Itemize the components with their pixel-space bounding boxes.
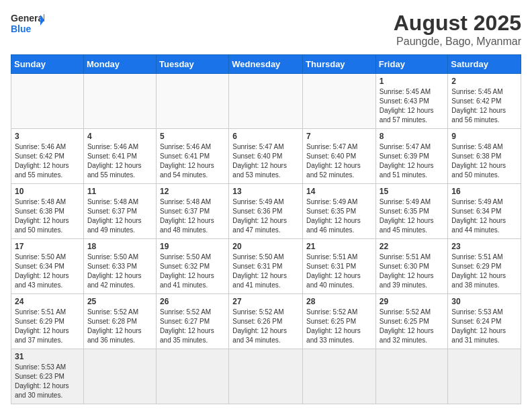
day-number: 26 [160,297,225,306]
day-number: 25 [87,297,152,306]
week-row-3: 10Sunrise: 5:48 AM Sunset: 6:38 PM Dayli… [11,184,521,239]
weekday-header-friday: Friday [375,55,448,74]
calendar-cell: 25Sunrise: 5:52 AM Sunset: 6:28 PM Dayli… [83,294,156,349]
day-info: Sunrise: 5:46 AM Sunset: 6:41 PM Dayligh… [87,142,152,180]
day-info: Sunrise: 5:45 AM Sunset: 6:42 PM Dayligh… [451,87,517,125]
day-info: Sunrise: 5:53 AM Sunset: 6:24 PM Dayligh… [451,308,517,345]
day-number: 21 [306,242,372,251]
calendar-cell: 4Sunrise: 5:46 AM Sunset: 6:41 PM Daylig… [83,129,156,184]
day-info: Sunrise: 5:47 AM Sunset: 6:39 PM Dayligh… [380,142,445,180]
calendar-cell [157,349,229,404]
calendar-cell: 2Sunrise: 5:45 AM Sunset: 6:42 PM Daylig… [448,74,521,129]
day-info: Sunrise: 5:48 AM Sunset: 6:37 PM Dayligh… [87,197,152,235]
calendar-cell [83,74,156,129]
day-info: Sunrise: 5:52 AM Sunset: 6:25 PM Dayligh… [306,308,372,345]
day-number: 30 [451,297,517,306]
calendar-cell: 12Sunrise: 5:48 AM Sunset: 6:37 PM Dayli… [157,184,229,239]
day-info: Sunrise: 5:52 AM Sunset: 6:28 PM Dayligh… [87,308,152,345]
day-number: 29 [380,297,445,306]
day-number: 31 [15,352,80,361]
calendar-cell: 26Sunrise: 5:52 AM Sunset: 6:27 PM Dayli… [157,294,229,349]
calendar-cell: 23Sunrise: 5:51 AM Sunset: 6:29 PM Dayli… [448,239,521,294]
day-number: 12 [160,187,225,196]
calendar-cell: 11Sunrise: 5:48 AM Sunset: 6:37 PM Dayli… [83,184,156,239]
day-info: Sunrise: 5:51 AM Sunset: 6:31 PM Dayligh… [306,253,372,290]
day-info: Sunrise: 5:51 AM Sunset: 6:29 PM Dayligh… [15,308,80,345]
week-row-2: 3Sunrise: 5:46 AM Sunset: 6:42 PM Daylig… [11,129,521,184]
day-info: Sunrise: 5:49 AM Sunset: 6:35 PM Dayligh… [306,197,372,235]
calendar-cell: 19Sunrise: 5:50 AM Sunset: 6:32 PM Dayli… [157,239,229,294]
calendar-cell: 15Sunrise: 5:49 AM Sunset: 6:35 PM Dayli… [375,184,448,239]
calendar-cell: 30Sunrise: 5:53 AM Sunset: 6:24 PM Dayli… [448,294,521,349]
calendar-cell: 1Sunrise: 5:45 AM Sunset: 6:43 PM Daylig… [375,74,448,129]
day-info: Sunrise: 5:49 AM Sunset: 6:35 PM Dayligh… [380,197,445,235]
day-number: 9 [451,132,517,141]
day-info: Sunrise: 5:48 AM Sunset: 6:37 PM Dayligh… [160,197,225,235]
svg-text:Blue: Blue [11,24,32,34]
calendar-cell: 9Sunrise: 5:48 AM Sunset: 6:38 PM Daylig… [448,129,521,184]
calendar-title: August 2025 [394,11,521,36]
weekday-header-tuesday: Tuesday [157,55,229,74]
day-number: 23 [451,242,517,251]
calendar-subtitle: Paungde, Bago, Myanmar [394,36,521,48]
day-info: Sunrise: 5:50 AM Sunset: 6:32 PM Dayligh… [160,253,225,290]
calendar-cell: 27Sunrise: 5:52 AM Sunset: 6:26 PM Dayli… [229,294,303,349]
day-info: Sunrise: 5:47 AM Sunset: 6:40 PM Dayligh… [306,142,372,180]
calendar-cell [375,349,448,404]
calendar-cell: 17Sunrise: 5:50 AM Sunset: 6:34 PM Dayli… [11,239,84,294]
calendar-cell [157,74,229,129]
day-info: Sunrise: 5:50 AM Sunset: 6:33 PM Dayligh… [87,253,152,290]
calendar-cell [303,74,376,129]
weekday-header-monday: Monday [83,55,156,74]
day-number: 6 [232,132,299,141]
calendar-cell: 8Sunrise: 5:47 AM Sunset: 6:39 PM Daylig… [375,129,448,184]
weekday-header-saturday: Saturday [448,55,521,74]
day-number: 24 [15,297,80,306]
day-info: Sunrise: 5:49 AM Sunset: 6:36 PM Dayligh… [232,197,299,235]
day-number: 19 [160,242,225,251]
day-info: Sunrise: 5:45 AM Sunset: 6:43 PM Dayligh… [380,87,445,125]
logo: General Blue [11,11,44,38]
day-number: 7 [306,132,372,141]
calendar-cell: 10Sunrise: 5:48 AM Sunset: 6:38 PM Dayli… [11,184,84,239]
calendar-cell: 24Sunrise: 5:51 AM Sunset: 6:29 PM Dayli… [11,294,84,349]
day-info: Sunrise: 5:51 AM Sunset: 6:29 PM Dayligh… [451,253,517,290]
weekday-header-sunday: Sunday [11,55,84,74]
calendar-table: SundayMondayTuesdayWednesdayThursdayFrid… [11,54,521,404]
day-number: 27 [232,297,299,306]
day-number: 18 [87,242,152,251]
day-number: 17 [15,242,80,251]
day-info: Sunrise: 5:50 AM Sunset: 6:34 PM Dayligh… [15,253,80,290]
day-number: 4 [87,132,152,141]
day-number: 28 [306,297,372,306]
week-row-1: 1Sunrise: 5:45 AM Sunset: 6:43 PM Daylig… [11,74,521,129]
calendar-cell: 21Sunrise: 5:51 AM Sunset: 6:31 PM Dayli… [303,239,376,294]
day-number: 11 [87,187,152,196]
day-info: Sunrise: 5:51 AM Sunset: 6:30 PM Dayligh… [380,253,445,290]
calendar-cell [303,349,376,404]
calendar-cell [229,74,303,129]
calendar-cell: 7Sunrise: 5:47 AM Sunset: 6:40 PM Daylig… [303,129,376,184]
calendar-cell: 28Sunrise: 5:52 AM Sunset: 6:25 PM Dayli… [303,294,376,349]
week-row-5: 24Sunrise: 5:51 AM Sunset: 6:29 PM Dayli… [11,294,521,349]
day-info: Sunrise: 5:48 AM Sunset: 6:38 PM Dayligh… [15,197,80,235]
calendar-cell: 5Sunrise: 5:46 AM Sunset: 6:41 PM Daylig… [157,129,229,184]
day-info: Sunrise: 5:53 AM Sunset: 6:23 PM Dayligh… [15,363,80,400]
title-area: August 2025 Paungde, Bago, Myanmar [394,11,521,48]
day-number: 20 [232,242,299,251]
day-number: 5 [160,132,225,141]
calendar-cell [11,74,84,129]
day-info: Sunrise: 5:49 AM Sunset: 6:34 PM Dayligh… [451,197,517,235]
calendar-cell: 14Sunrise: 5:49 AM Sunset: 6:35 PM Dayli… [303,184,376,239]
svg-text:General: General [11,13,44,24]
calendar-cell: 6Sunrise: 5:47 AM Sunset: 6:40 PM Daylig… [229,129,303,184]
week-row-4: 17Sunrise: 5:50 AM Sunset: 6:34 PM Dayli… [11,239,521,294]
week-row-6: 31Sunrise: 5:53 AM Sunset: 6:23 PM Dayli… [11,349,521,404]
calendar-cell: 31Sunrise: 5:53 AM Sunset: 6:23 PM Dayli… [11,349,84,404]
weekday-header-wednesday: Wednesday [229,55,303,74]
day-info: Sunrise: 5:50 AM Sunset: 6:31 PM Dayligh… [232,253,299,290]
day-number: 8 [380,132,445,141]
logo-svg: General Blue [11,11,44,38]
page-header: General Blue August 2025 Paungde, Bago, … [11,11,521,48]
calendar-cell [448,349,521,404]
